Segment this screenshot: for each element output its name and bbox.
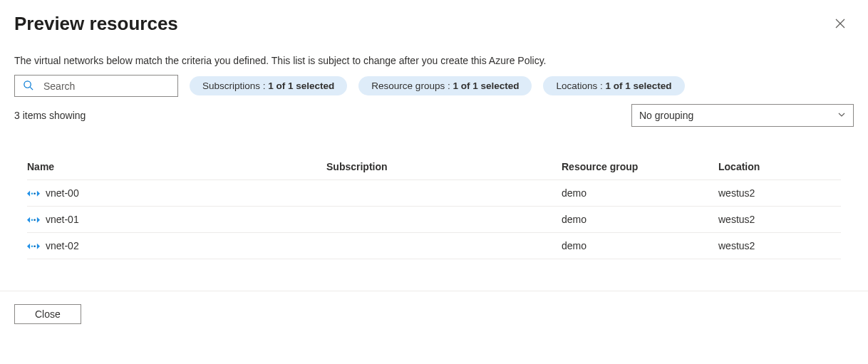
svg-marker-4	[27, 190, 30, 196]
filter-value: 1 of 1 selected	[453, 80, 519, 91]
search-wrap	[14, 75, 178, 97]
col-header-name[interactable]: Name	[27, 161, 326, 172]
name-cell: vnet-02	[27, 240, 326, 251]
filter-pill-resource-groups[interactable]: Resource groups : 1 of 1 selected	[358, 76, 532, 95]
page-title: Preview resources	[14, 13, 854, 35]
resources-table: Name Subscription Resource group Locatio…	[14, 154, 854, 259]
filter-value: 1 of 1 selected	[268, 80, 334, 91]
row-name: vnet-01	[46, 214, 79, 225]
close-icon	[835, 20, 845, 31]
grouping-dropdown[interactable]: No grouping	[631, 104, 854, 127]
vnet-icon	[27, 188, 40, 198]
filter-label: Resource groups :	[371, 80, 453, 91]
filter-pill-subscriptions[interactable]: Subscriptions : 1 of 1 selected	[190, 76, 347, 95]
svg-marker-12	[27, 243, 30, 249]
col-header-resource-group[interactable]: Resource group	[562, 161, 718, 172]
items-count: 3 items showing	[14, 110, 86, 121]
row-resource-group: demo	[562, 240, 718, 251]
chevron-down-icon	[837, 110, 846, 121]
svg-point-13	[31, 245, 33, 247]
col-header-subscription[interactable]: Subscription	[326, 161, 562, 172]
filter-label: Subscriptions :	[202, 80, 268, 91]
svg-marker-8	[27, 217, 30, 222]
preview-resources-panel: Preview resources The virtual networks b…	[0, 0, 868, 286]
meta-row: 3 items showing No grouping	[14, 104, 854, 127]
vnet-icon	[27, 214, 40, 224]
filter-label: Locations :	[556, 80, 605, 91]
svg-point-5	[31, 192, 33, 194]
search-input[interactable]	[14, 75, 178, 97]
row-location: westus2	[718, 187, 841, 199]
row-location: westus2	[718, 240, 841, 251]
filter-pill-locations[interactable]: Locations : 1 of 1 selected	[543, 76, 684, 95]
col-header-location[interactable]: Location	[718, 161, 841, 172]
svg-marker-15	[37, 243, 40, 249]
svg-marker-7	[37, 190, 40, 196]
footer: Close	[0, 291, 868, 337]
row-name: vnet-02	[46, 240, 79, 251]
name-cell: vnet-01	[27, 214, 326, 225]
filter-value: 1 of 1 selected	[606, 80, 672, 91]
table-header: Name Subscription Resource group Locatio…	[27, 154, 841, 180]
row-location: westus2	[718, 214, 841, 225]
table-row[interactable]: vnet-01 demo westus2	[27, 207, 841, 233]
svg-point-14	[33, 245, 36, 247]
grouping-selected-value: No grouping	[639, 110, 693, 121]
table-row[interactable]: vnet-02 demo westus2	[27, 233, 841, 259]
row-name: vnet-00	[46, 187, 79, 199]
row-resource-group: demo	[562, 214, 718, 225]
close-button[interactable]: Close	[14, 304, 81, 324]
row-resource-group: demo	[562, 187, 718, 199]
name-cell: vnet-00	[27, 187, 326, 199]
description-text: The virtual networks below match the cri…	[14, 55, 854, 66]
svg-point-10	[33, 219, 36, 221]
table-row[interactable]: vnet-00 demo westus2	[27, 180, 841, 207]
close-x-button[interactable]	[832, 16, 848, 33]
vnet-icon	[27, 241, 40, 251]
svg-marker-11	[37, 217, 40, 222]
filter-row: Subscriptions : 1 of 1 selected Resource…	[14, 75, 854, 97]
svg-point-9	[31, 219, 33, 221]
svg-point-6	[33, 192, 36, 194]
